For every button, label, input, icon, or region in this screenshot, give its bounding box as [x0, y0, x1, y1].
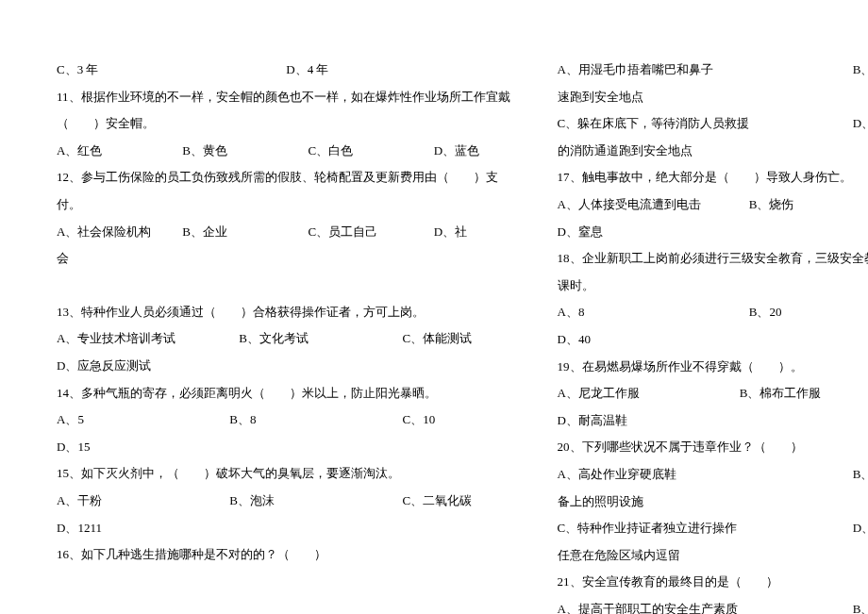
- q13-opt-d: D、应急反应测试: [57, 353, 510, 380]
- q13-options-abc: A、专业技术培训考试 B、文化考试 C、体能测试: [57, 325, 510, 353]
- q15-opt-a: A、干粉: [57, 488, 226, 515]
- q14-options-abc: A、5 B、8 C、10: [57, 407, 510, 434]
- q12-text: 12、参与工伤保险的员工负伤致残所需的假肢、轮椅配置及更新费用由（ ）支: [57, 164, 510, 191]
- q19-opt-b: B、棉布工作服: [740, 380, 868, 407]
- q16-opt-d: D、立即从近来: [853, 110, 868, 138]
- q12-opt-b: B、企业: [182, 219, 305, 246]
- q11-text: 11、根据作业环境的不一样，安全帽的颜色也不一样，如在爆炸性作业场所工作宜戴: [57, 84, 510, 111]
- q12-text-cont: 付。: [57, 191, 510, 219]
- q21-opt-a: A、提高干部职工的安全生产素质: [558, 596, 850, 614]
- q19-opt-a: A、尼龙工作服: [558, 380, 737, 407]
- q18-opt-d: D、40: [558, 326, 868, 354]
- q20-options-ab: A、高处作业穿硬底鞋 B、任意拆除设: [558, 461, 868, 489]
- left-column: C、3 年 D、4 年 11、根据作业环境的不一样，安全帽的颜色也不一样，如在爆…: [57, 57, 510, 614]
- q17-opt-a: A、人体接受电流遭到电击: [558, 191, 746, 219]
- q18-text-cont: 课时。: [558, 273, 868, 300]
- q18-text: 18、企业新职工上岗前必须进行三级安全教育，三级安全教育时间不得少于（ ）: [558, 245, 868, 273]
- q13-opt-a: A、专业技术培训考试: [57, 325, 236, 353]
- q18-opt-b: B、20: [749, 299, 868, 326]
- q15-text: 15、如下灭火剂中，（ ）破坏大气的臭氧层，要逐渐淘汰。: [57, 460, 510, 488]
- q16-opt-b-cont: 速跑到安全地点: [558, 84, 868, 111]
- q16-opt-d-cont: 的消防通道跑到安全地点: [558, 138, 868, 165]
- q15-opt-b: B、泡沫: [229, 488, 399, 515]
- q10-opt-c: C、3 年: [57, 57, 283, 84]
- q15-opt-c: C、二氧化碳: [403, 488, 473, 515]
- q19-opt-d: D、耐高温鞋: [558, 407, 868, 435]
- q13-text: 13、特种作业人员必须通过（ ）合格获得操作证者，方可上岗。: [57, 299, 510, 326]
- q10-options-cd: C、3 年 D、4 年: [57, 57, 510, 84]
- q12-opt-d: D、社: [434, 219, 467, 246]
- q20-opt-b: B、任意拆除设: [853, 461, 868, 489]
- q12-opt-d-cont: 会: [57, 245, 510, 273]
- q17-text: 17、触电事故中，绝大部分是（ ）导致人身伤亡。: [558, 164, 868, 191]
- q11-opt-b: B、黄色: [182, 138, 305, 165]
- q15-options-abc: A、干粉 B、泡沫 C、二氧化碳: [57, 488, 510, 515]
- q21-options-ab: A、提高干部职工的安全生产素质 B、树立全局观: [558, 596, 868, 614]
- q20-opt-d-cont: 任意在危险区域内逗留: [558, 542, 868, 570]
- q11-text-cont: （ ）安全帽。: [57, 110, 510, 138]
- q16-options-ab: A、用湿毛巾捂着嘴巴和鼻子 B、弯着身子迅: [558, 57, 868, 84]
- q15-opt-d: D、1211: [57, 515, 510, 542]
- q13-opt-c: C、体能测试: [403, 325, 473, 353]
- q17-opt-d: D、窒息: [558, 219, 868, 246]
- q13-opt-b: B、文化考试: [239, 325, 399, 353]
- q11-opt-c: C、白色: [309, 138, 431, 165]
- q20-text: 20、下列哪些状况不属于违章作业？（ ）: [558, 434, 868, 461]
- spacer: [57, 273, 510, 299]
- q16-options-cd: C、躲在床底下，等待消防人员救援 D、立即从近来: [558, 110, 868, 138]
- q14-opt-b: B、8: [229, 407, 399, 434]
- q10-opt-d: D、4 年: [286, 57, 328, 84]
- q16-opt-b: B、弯着身子迅: [853, 57, 868, 84]
- q12-opt-a: A、社会保险机构: [57, 219, 179, 246]
- q16-text: 16、如下几种逃生措施哪种是不对的的？（ ）: [57, 541, 510, 569]
- q19-text: 19、在易燃易爆场所作业不得穿戴（ ）。: [558, 354, 868, 381]
- q18-options-abc: A、8 B、20 C、24: [558, 299, 868, 326]
- q17-opt-b: B、烧伤: [749, 191, 868, 219]
- q16-opt-a: A、用湿毛巾捂着嘴巴和鼻子: [558, 57, 850, 84]
- q11-options: A、红色 B、黄色 C、白色 D、蓝色: [57, 138, 510, 165]
- q12-options: A、社会保险机构 B、企业 C、员工自己 D、社: [57, 219, 510, 246]
- q19-options-abc: A、尼龙工作服 B、棉布工作服 C、防静电服: [558, 380, 868, 407]
- q21-opt-b: B、树立全局观: [853, 596, 868, 614]
- q11-opt-d: D、蓝色: [434, 138, 479, 165]
- q11-opt-a: A、红色: [57, 138, 179, 165]
- q14-opt-a: A、5: [57, 407, 226, 434]
- q21-text: 21、安全宣传教育的最终目的是（ ）: [558, 569, 868, 596]
- q20-opt-b-cont: 备上的照明设施: [558, 489, 868, 516]
- right-column: A、用湿毛巾捂着嘴巴和鼻子 B、弯着身子迅 速跑到安全地点 C、躲在床底下，等待…: [558, 57, 868, 614]
- q17-options-abc: A、人体接受电流遭到电击 B、烧伤 C、电休克: [558, 191, 868, 219]
- q20-opt-a: A、高处作业穿硬底鞋: [558, 461, 850, 489]
- q14-opt-d: D、15: [57, 434, 510, 461]
- q16-opt-c: C、躲在床底下，等待消防人员救援: [558, 110, 850, 138]
- q20-opt-c: C、特种作业持证者独立进行操作: [558, 515, 850, 542]
- q14-opt-c: C、10: [403, 407, 436, 434]
- q14-text: 14、多种气瓶的寄存，必须距离明火（ ）米以上，防止阳光暴晒。: [57, 380, 510, 407]
- q18-opt-a: A、8: [558, 299, 746, 326]
- q20-options-cd: C、特种作业持证者独立进行操作 D、非岗位人员: [558, 515, 868, 542]
- q20-opt-d: D、非岗位人员: [853, 515, 868, 542]
- q12-opt-c: C、员工自己: [309, 219, 431, 246]
